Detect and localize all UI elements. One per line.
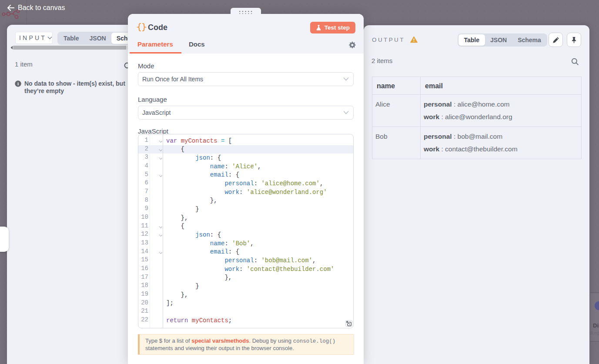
svg-text:i: i (17, 81, 19, 86)
